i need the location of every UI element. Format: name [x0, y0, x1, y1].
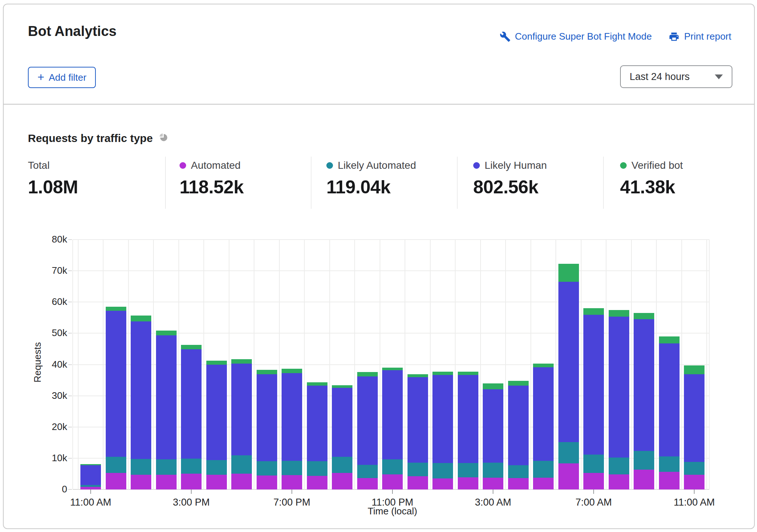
bar-segment-verified-bot[interactable] — [483, 383, 503, 389]
bar-segment-verified-bot[interactable] — [583, 308, 604, 315]
bar-segment-likely-automated[interactable] — [609, 458, 629, 474]
bar-segment-verified-bot[interactable] — [458, 372, 478, 375]
bar-segment-likely-human[interactable] — [659, 343, 680, 456]
bar-segment-likely-human[interactable] — [432, 375, 453, 463]
bar-segment-likely-automated[interactable] — [458, 463, 478, 477]
bar-segment-likely-automated[interactable] — [106, 457, 126, 473]
bar-segment-automated[interactable] — [282, 475, 302, 489]
bar-segment-verified-bot[interactable] — [282, 369, 302, 373]
bar-segment-verified-bot[interactable] — [558, 264, 579, 282]
bar-segment-likely-automated[interactable] — [257, 461, 277, 475]
bar-segment-verified-bot[interactable] — [684, 365, 705, 374]
bar-segment-automated[interactable] — [483, 478, 503, 489]
bar-segment-likely-human[interactable] — [231, 364, 252, 455]
bar-segment-automated[interactable] — [80, 487, 101, 489]
bar-segment-automated[interactable] — [106, 473, 126, 489]
bar-segment-likely-automated[interactable] — [558, 442, 579, 464]
bar-segment-automated[interactable] — [357, 478, 378, 489]
bar-segment-verified-bot[interactable] — [408, 374, 428, 378]
bar-segment-likely-human[interactable] — [558, 282, 579, 442]
bar-segment-likely-automated[interactable] — [382, 459, 403, 474]
bar-segment-likely-human[interactable] — [684, 374, 705, 462]
bar-segment-verified-bot[interactable] — [659, 336, 680, 343]
bar-segment-verified-bot[interactable] — [382, 368, 403, 370]
bar-segment-automated[interactable] — [684, 475, 705, 489]
bar-segment-automated[interactable] — [206, 475, 227, 489]
bar-segment-likely-automated[interactable] — [408, 463, 428, 476]
bar-segment-likely-human[interactable] — [357, 376, 378, 465]
bar-segment-likely-automated[interactable] — [181, 459, 202, 474]
bar-segment-likely-human[interactable] — [634, 319, 654, 451]
bar-segment-likely-automated[interactable] — [282, 461, 302, 475]
bar-segment-verified-bot[interactable] — [181, 345, 202, 349]
bar-segment-verified-bot[interactable] — [257, 370, 277, 374]
bar-segment-likely-human[interactable] — [458, 375, 478, 463]
bar-segment-verified-bot[interactable] — [156, 331, 177, 336]
bar-segment-likely-automated[interactable] — [684, 462, 705, 475]
bar-segment-likely-human[interactable] — [508, 386, 529, 465]
bar-segment-verified-bot[interactable] — [307, 382, 327, 386]
bar-segment-verified-bot[interactable] — [131, 316, 151, 321]
bar-segment-verified-bot[interactable] — [508, 381, 529, 386]
bar-segment-likely-automated[interactable] — [231, 455, 252, 474]
bar-segment-likely-human[interactable] — [382, 370, 403, 459]
bar-segment-likely-human[interactable] — [206, 365, 227, 460]
bar-segment-verified-bot[interactable] — [206, 361, 227, 365]
bar-segment-automated[interactable] — [634, 470, 654, 489]
bar-segment-likely-automated[interactable] — [307, 461, 327, 475]
bar-segment-verified-bot[interactable] — [609, 310, 629, 317]
bar-segment-verified-bot[interactable] — [231, 359, 252, 364]
bar-segment-automated[interactable] — [382, 474, 403, 489]
bar-segment-likely-automated[interactable] — [432, 463, 453, 479]
bar-segment-likely-human[interactable] — [408, 377, 428, 462]
bar-segment-likely-automated[interactable] — [483, 463, 503, 478]
bar-segment-likely-human[interactable] — [533, 367, 554, 461]
bar-segment-automated[interactable] — [508, 478, 529, 489]
bar-segment-verified-bot[interactable] — [332, 385, 352, 388]
bar-segment-likely-automated[interactable] — [80, 485, 101, 487]
bar-segment-automated[interactable] — [659, 472, 680, 489]
bar-segment-likely-automated[interactable] — [634, 451, 654, 470]
bar-segment-automated[interactable] — [458, 477, 478, 489]
bar-segment-automated[interactable] — [332, 473, 352, 489]
bar-segment-likely-human[interactable] — [181, 349, 202, 459]
bar-segment-verified-bot[interactable] — [432, 372, 453, 375]
bar-segment-likely-human[interactable] — [257, 374, 277, 461]
bar-segment-automated[interactable] — [156, 475, 177, 489]
bar-segment-likely-automated[interactable] — [156, 459, 177, 475]
bar-segment-automated[interactable] — [533, 478, 554, 489]
bar-segment-verified-bot[interactable] — [80, 464, 101, 465]
bar-segment-likely-automated[interactable] — [206, 460, 227, 475]
bar-segment-likely-automated[interactable] — [131, 459, 151, 475]
bar-segment-automated[interactable] — [558, 463, 579, 489]
bar-segment-likely-human[interactable] — [583, 315, 604, 455]
bar-segment-likely-human[interactable] — [332, 388, 352, 457]
bar-segment-likely-human[interactable] — [609, 317, 629, 458]
bar-segment-verified-bot[interactable] — [634, 313, 654, 319]
bar-segment-likely-human[interactable] — [106, 311, 126, 457]
bar-segment-likely-automated[interactable] — [583, 455, 604, 473]
bar-segment-automated[interactable] — [307, 476, 327, 489]
bar-segment-likely-automated[interactable] — [332, 457, 352, 473]
bar-segment-automated[interactable] — [583, 473, 604, 489]
bar-segment-likely-automated[interactable] — [533, 461, 554, 478]
bar-segment-automated[interactable] — [408, 476, 428, 489]
bar-segment-verified-bot[interactable] — [357, 372, 378, 376]
bar-segment-verified-bot[interactable] — [533, 364, 554, 367]
bar-segment-automated[interactable] — [432, 478, 453, 489]
bar-segment-likely-human[interactable] — [307, 386, 327, 461]
bar-segment-automated[interactable] — [131, 475, 151, 489]
bar-segment-automated[interactable] — [609, 474, 629, 489]
bar-segment-automated[interactable] — [257, 475, 277, 489]
bar-segment-likely-human[interactable] — [156, 335, 177, 459]
bar-segment-likely-automated[interactable] — [357, 465, 378, 478]
bar-segment-likely-human[interactable] — [80, 465, 101, 485]
bar-segment-likely-automated[interactable] — [659, 456, 680, 472]
bar-segment-likely-human[interactable] — [483, 389, 503, 463]
bar-segment-likely-human[interactable] — [282, 373, 302, 460]
bar-segment-automated[interactable] — [181, 474, 202, 489]
bar-segment-likely-automated[interactable] — [508, 465, 529, 478]
bar-segment-likely-human[interactable] — [131, 321, 151, 459]
bar-segment-verified-bot[interactable] — [106, 307, 126, 311]
bar-segment-automated[interactable] — [231, 474, 252, 489]
